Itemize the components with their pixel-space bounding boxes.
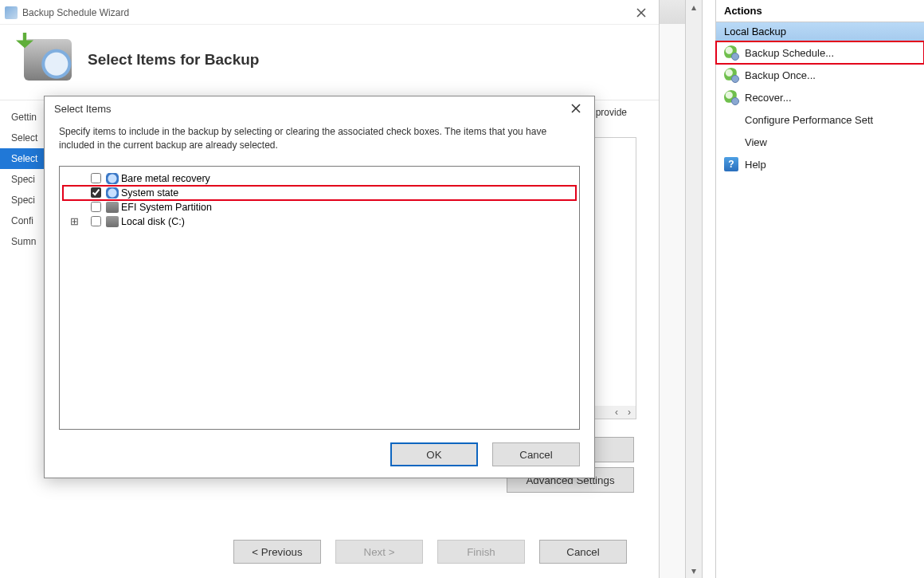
ok-button[interactable]: OK [390, 442, 478, 466]
scroll-up-icon[interactable]: ▴ [686, 0, 702, 14]
tree-checkbox[interactable] [91, 173, 101, 183]
dialog-buttons: OK Cancel [45, 436, 594, 478]
close-icon[interactable] [627, 4, 656, 22]
action-item[interactable]: View [716, 131, 924, 153]
scroll-right-icon[interactable]: › [623, 407, 636, 418]
cancel-button[interactable]: Cancel [492, 442, 580, 466]
backup-icon [724, 45, 738, 60]
action-item[interactable]: Backup Once... [716, 64, 924, 86]
action-item[interactable]: Configure Performance Sett [716, 108, 924, 131]
disk-icon [106, 216, 119, 227]
backup-icon [724, 90, 738, 104]
scroll-track[interactable] [686, 14, 702, 564]
items-tree[interactable]: Bare metal recoverySystem stateEFI Syste… [59, 166, 580, 430]
tree-checkbox[interactable] [91, 202, 101, 212]
system-icon [106, 173, 119, 184]
disk-icon [106, 202, 119, 213]
action-item[interactable]: ?Help [716, 153, 924, 175]
action-label: Configure Performance Sett [745, 114, 873, 126]
mmc-gap-header [660, 0, 685, 24]
dialog-description: Specify items to include in the backup b… [45, 122, 594, 161]
action-label: Help [745, 159, 766, 171]
right-area: ▴ ▾ Actions Local Backup Backup Schedule… [660, 0, 924, 578]
action-item[interactable]: Recover... [716, 86, 924, 108]
dialog-titlebar: Select Items [45, 96, 594, 122]
system-icon [106, 187, 119, 199]
tree-item[interactable]: Bare metal recovery [63, 171, 576, 186]
tree-item[interactable]: EFI System Partition [63, 200, 576, 214]
vertical-scrollbar[interactable]: ▴ ▾ [686, 0, 703, 578]
tree-label: Local disk (C:) [121, 216, 185, 227]
tree-label: System state [121, 187, 178, 199]
pane-gap [703, 0, 715, 578]
help-icon: ? [724, 157, 738, 171]
action-label: Backup Schedule... [745, 47, 834, 59]
tree-checkbox[interactable] [91, 187, 101, 198]
expand-icon[interactable]: ⊞ [69, 215, 79, 227]
actions-list: Backup Schedule...Backup Once...Recover.… [716, 41, 924, 175]
finish-button: Finish [437, 540, 525, 564]
dialog-title: Select Items [54, 103, 564, 115]
action-item[interactable]: Backup Schedule... [716, 41, 924, 64]
wizard-heading: Select Items for Backup [88, 51, 259, 69]
wizard-header-icon [24, 39, 72, 81]
actions-pane: Actions Local Backup Backup Schedule...B… [715, 0, 924, 578]
scroll-down-icon[interactable]: ▾ [686, 564, 702, 578]
backup-icon [724, 68, 738, 82]
wizard-header: Select Items for Backup [0, 25, 659, 100]
tree-label: EFI System Partition [121, 202, 212, 213]
previous-button[interactable]: < Previous [233, 540, 321, 564]
select-items-dialog: Select Items Specify items to include in… [44, 96, 595, 478]
scroll-left-icon[interactable]: ‹ [610, 407, 623, 418]
action-label: View [745, 136, 767, 148]
tree-checkbox[interactable] [91, 216, 101, 226]
wizard-nav-buttons: < Previous Next > Finish Cancel [233, 540, 627, 564]
wizard-titlebar: Backup Schedule Wizard [0, 0, 659, 25]
tree-label: Bare metal recovery [121, 173, 210, 184]
wizard-title-icon [5, 6, 18, 19]
actions-section[interactable]: Local Backup [716, 22, 924, 41]
tree-item[interactable]: ⊞Local disk (C:) [63, 214, 576, 229]
wizard-title: Backup Schedule Wizard [22, 7, 627, 18]
mmc-gap [660, 0, 686, 578]
next-button: Next > [335, 540, 423, 564]
wizard-right-text: provide [596, 107, 627, 118]
action-label: Backup Once... [745, 69, 816, 81]
tree-item[interactable]: System state [63, 186, 576, 200]
close-icon[interactable] [564, 100, 588, 117]
action-label: Recover... [745, 92, 792, 104]
actions-header: Actions [716, 0, 924, 22]
cancel-button[interactable]: Cancel [539, 540, 627, 564]
